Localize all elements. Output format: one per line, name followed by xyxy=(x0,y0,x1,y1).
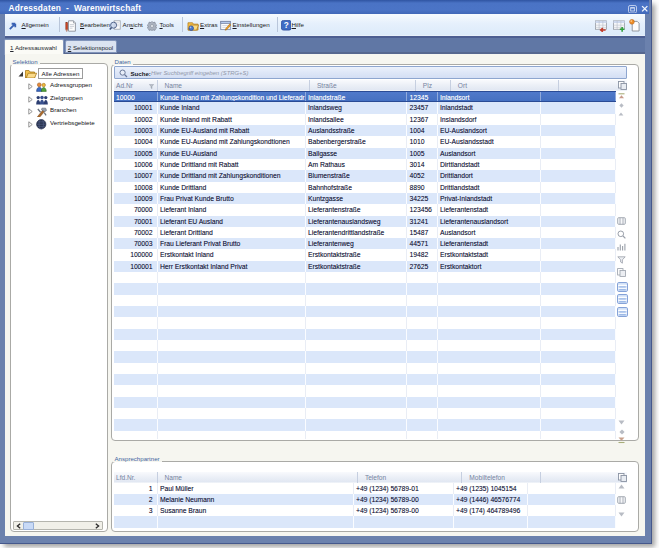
svg-text:?: ? xyxy=(283,21,288,30)
